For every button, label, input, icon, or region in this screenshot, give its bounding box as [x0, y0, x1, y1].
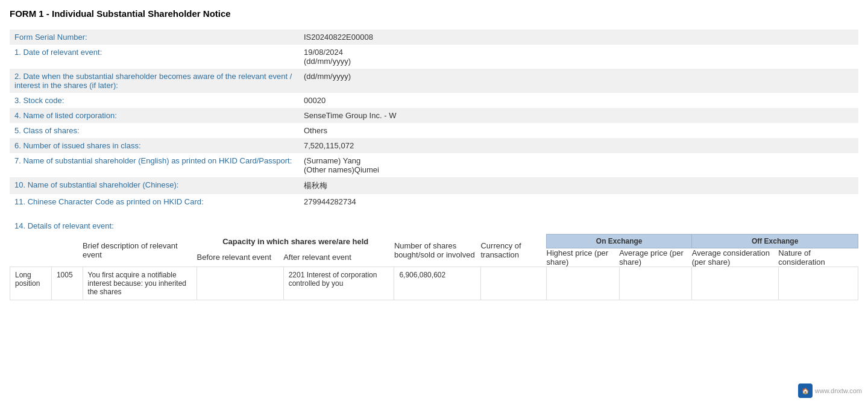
info-value: SenseTime Group Inc. - W: [299, 108, 858, 123]
col-header-brief: Brief description of relevant event: [83, 235, 197, 267]
col-header-avg-price: Average price (per share): [619, 248, 692, 267]
info-label: 7. Name of substantial shareholder (Engl…: [10, 153, 299, 177]
info-row: 5. Class of shares:Others: [10, 123, 858, 138]
watermark-icon: 🏠: [798, 383, 813, 398]
col-header-avg-consideration: Average consideration (per share): [692, 248, 779, 267]
col-header-off-exchange: Off Exchange: [692, 235, 858, 248]
col-header-before: Before relevant event: [197, 248, 284, 267]
info-label: 4. Name of listed corporation:: [10, 108, 299, 123]
cell-shares: 6,906,080,602: [394, 267, 481, 300]
info-label: Form Serial Number:: [10, 30, 299, 45]
col-header-code: [51, 235, 83, 267]
col-header-highest: Highest price (per share): [547, 248, 620, 267]
info-row: 2. Date when the substantial shareholder…: [10, 69, 858, 93]
col-header-shares: Number of shares bought/sold or involved: [394, 235, 481, 267]
cell-code: 1005: [51, 267, 83, 300]
details-header-span-row: Brief description of relevant event Capa…: [10, 235, 858, 248]
info-value: 00020: [299, 93, 858, 108]
col-header-currency: Currency of transaction: [480, 235, 546, 267]
info-label: 2. Date when the substantial shareholder…: [10, 69, 299, 93]
watermark: 🏠 www.dnxtw.com: [798, 383, 862, 398]
info-label: 3. Stock code:: [10, 93, 299, 108]
info-row: 4. Name of listed corporation:SenseTime …: [10, 108, 858, 123]
cell-avg-price: [619, 267, 692, 300]
info-label: 10. Name of substantial shareholder (Chi…: [10, 177, 299, 194]
col-header-empty1: [10, 235, 52, 267]
cell-before: [197, 267, 284, 300]
info-row: 6. Number of issued shares in class:7,52…: [10, 138, 858, 153]
info-label: 6. Number of issued shares in class:: [10, 138, 299, 153]
info-value: IS20240822E00008: [299, 30, 858, 45]
info-value: 楊秋梅: [299, 177, 858, 194]
info-label: 5. Class of shares:: [10, 123, 299, 138]
info-value: (dd/mm/yyyy): [299, 69, 858, 93]
info-row: 10. Name of substantial shareholder (Chi…: [10, 177, 858, 194]
info-table: Form Serial Number:IS20240822E000081. Da…: [10, 30, 858, 209]
page-container: FORM 1 - Individual Substantial Sharehol…: [0, 0, 868, 312]
cell-highest: [547, 267, 620, 300]
cell-avg-consideration: [692, 267, 779, 300]
details-table: Brief description of relevant event Capa…: [10, 234, 858, 300]
cell-currency: [480, 267, 546, 300]
info-value: 7,520,115,072: [299, 138, 858, 153]
cell-nature: [778, 267, 858, 300]
info-value: 19/08/2024 (dd/mm/yyyy): [299, 45, 858, 69]
info-label: 1. Date of relevant event:: [10, 45, 299, 69]
col-header-capacity: Capacity in which shares were/are held: [197, 235, 394, 248]
details-section-title: 14. Details of relevant event:: [10, 216, 858, 234]
info-row: Form Serial Number:IS20240822E00008: [10, 30, 858, 45]
info-label: 11. Chinese Character Code as printed on…: [10, 194, 299, 209]
info-row: 7. Name of substantial shareholder (Engl…: [10, 153, 858, 177]
info-row: 1. Date of relevant event:19/08/2024 (dd…: [10, 45, 858, 69]
col-header-on-exchange: On Exchange: [547, 235, 692, 248]
info-row: 11. Chinese Character Code as printed on…: [10, 194, 858, 209]
watermark-text: www.dnxtw.com: [815, 387, 862, 394]
page-title: FORM 1 - Individual Substantial Sharehol…: [10, 6, 858, 21]
cell-brief: You first acquire a notifiable interest …: [83, 267, 197, 300]
info-value: 279944282734: [299, 194, 858, 209]
info-value: (Surname) Yang (Other names)Qiumei: [299, 153, 858, 177]
col-header-nature: Nature of consideration: [778, 248, 858, 267]
cell-after: 2201 Interest of corporation controlled …: [283, 267, 394, 300]
cell-position: Long position: [10, 267, 52, 300]
info-value: Others: [299, 123, 858, 138]
col-header-after: After relevant event: [283, 248, 394, 267]
info-row: 3. Stock code:00020: [10, 93, 858, 108]
details-data-row: Long position1005You first acquire a not…: [10, 267, 858, 300]
